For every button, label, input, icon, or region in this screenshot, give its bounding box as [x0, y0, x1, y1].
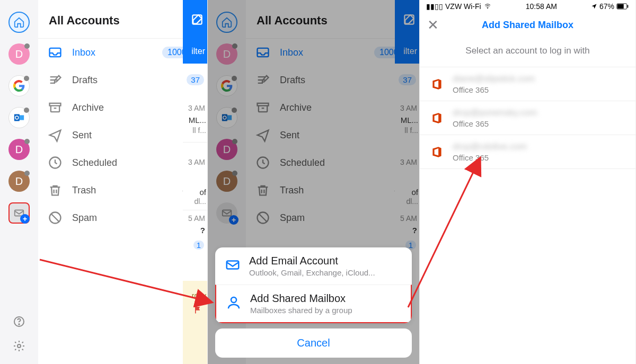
folder-spam[interactable]: Spam	[246, 204, 419, 232]
home-avatar[interactable]	[216, 12, 237, 33]
sheet-add-shared-mailbox[interactable]: Add Shared Mailbox Mailboxes shared by a…	[215, 285, 412, 323]
svg-rect-24	[628, 5, 629, 7]
account-avatar-google[interactable]	[216, 75, 237, 96]
screenshot-step-2: D D D + All Accounts Inbox 1000+	[208, 0, 420, 364]
sent-icon	[255, 128, 270, 143]
drawer-title: All Accounts	[38, 0, 207, 39]
account-option-3[interactable]: drcp@cdolive.comOffice 365	[420, 135, 635, 169]
plus-icon: +	[20, 214, 30, 224]
folder-sent[interactable]: Sent 1	[246, 121, 419, 149]
drawer-title: All Accounts	[246, 0, 419, 39]
folder-archive[interactable]: Archive 2	[38, 94, 207, 121]
account-avatar-d1[interactable]: D	[8, 43, 30, 65]
folder-trash[interactable]: Trash 433	[38, 176, 207, 204]
account-option-1[interactable]: diane@slipstick.comOffice 365	[420, 67, 635, 101]
folder-archive[interactable]: Archive 2	[246, 94, 419, 121]
status-time: 10:58 AM	[526, 2, 557, 11]
svg-rect-1	[20, 115, 24, 120]
wifi-icon	[483, 3, 492, 10]
folder-drafts[interactable]: Drafts 55	[38, 66, 207, 94]
folder-trash[interactable]: Trash 433	[246, 176, 419, 204]
svg-rect-7	[50, 103, 61, 106]
drafts-icon	[255, 73, 270, 87]
peek-message-list: ilter 37 3 AM ML... ll f... 3 AM of dl..…	[183, 0, 207, 364]
action-sheet: Add Email Account Outlook, Gmail, Exchan…	[215, 247, 412, 358]
account-avatar-d1[interactable]: D	[216, 43, 237, 65]
archive-icon	[48, 100, 63, 115]
svg-point-20	[231, 297, 236, 303]
plus-icon: +	[229, 215, 238, 225]
svg-rect-19	[227, 261, 239, 269]
folder-inbox[interactable]: Inbox 1000+	[246, 39, 419, 66]
flag-icon	[192, 304, 203, 315]
person-icon	[226, 295, 242, 310]
gear-icon[interactable]	[13, 340, 25, 352]
compose-icon	[402, 13, 416, 26]
archive-icon	[255, 100, 270, 115]
spam-icon	[255, 210, 270, 225]
svg-rect-14	[223, 210, 232, 216]
office-icon	[430, 111, 444, 125]
sheet-add-email-account[interactable]: Add Email Account Outlook, Gmail, Exchan…	[215, 247, 412, 285]
home-avatar[interactable]	[8, 12, 30, 33]
svg-point-5	[19, 324, 20, 325]
account-rail: D D D +	[0, 0, 38, 364]
status-bar: ▮▮▯▯ VZW Wi-Fi 10:58 AM 67%	[420, 0, 635, 13]
compose-icon[interactable]	[190, 13, 204, 26]
spam-icon	[48, 210, 63, 225]
nav-bar: ✕ Add Shared Mailbox	[420, 13, 635, 37]
account-avatar-d3[interactable]: D	[216, 171, 237, 192]
signal-icon: ▮▮▯▯	[426, 2, 443, 11]
sent-icon	[48, 128, 63, 143]
svg-point-6	[17, 344, 21, 348]
help-icon[interactable]	[13, 315, 25, 328]
office-icon	[430, 77, 444, 91]
mail-icon	[225, 257, 241, 273]
inbox-icon	[255, 45, 270, 60]
svg-rect-12	[227, 115, 232, 120]
folder-sent[interactable]: Sent 1	[38, 121, 207, 149]
page-title: Add Shared Mailbox	[420, 20, 635, 31]
account-option-2[interactable]: drcp@poremsky.comOffice 365	[420, 101, 635, 135]
folder-drafts[interactable]: Drafts 55	[246, 66, 419, 94]
account-avatar-d2[interactable]: D	[8, 139, 30, 160]
add-mail-button[interactable]: +	[8, 202, 30, 224]
svg-point-21	[487, 8, 488, 8]
account-avatar-outlook[interactable]	[216, 107, 237, 128]
account-avatar-d3[interactable]: D	[8, 171, 30, 192]
sheet-cancel-button[interactable]: Cancel	[215, 329, 412, 358]
instruction-text: Select an account to log in with	[420, 37, 635, 67]
clock-icon	[255, 155, 270, 170]
battery-icon	[616, 3, 629, 10]
account-avatar-outlook[interactable]	[8, 107, 30, 128]
svg-rect-15	[258, 103, 269, 106]
folder-drawer: All Accounts Inbox 1000+ Drafts 55 Archi…	[38, 0, 207, 364]
drafts-icon	[48, 73, 63, 87]
svg-rect-23	[617, 4, 624, 9]
trash-icon	[255, 183, 270, 198]
account-avatar-d2[interactable]: D	[216, 139, 237, 160]
folder-scheduled[interactable]: Scheduled	[246, 149, 419, 176]
screenshot-step-3: ▮▮▯▯ VZW Wi-Fi 10:58 AM 67% ✕ Add Shared…	[420, 0, 636, 364]
clock-icon	[48, 155, 63, 170]
folder-scheduled[interactable]: Scheduled	[38, 149, 207, 176]
location-icon	[591, 3, 597, 10]
add-mail-button[interactable]: +	[216, 202, 237, 224]
trash-icon	[48, 183, 63, 198]
office-icon	[430, 145, 444, 159]
folder-inbox[interactable]: Inbox 1000+	[38, 39, 207, 66]
inbox-icon	[48, 45, 63, 60]
folder-spam[interactable]: Spam	[38, 204, 207, 232]
account-avatar-google[interactable]	[8, 75, 30, 96]
screenshot-step-1: D D D + All Accounts	[0, 0, 208, 364]
